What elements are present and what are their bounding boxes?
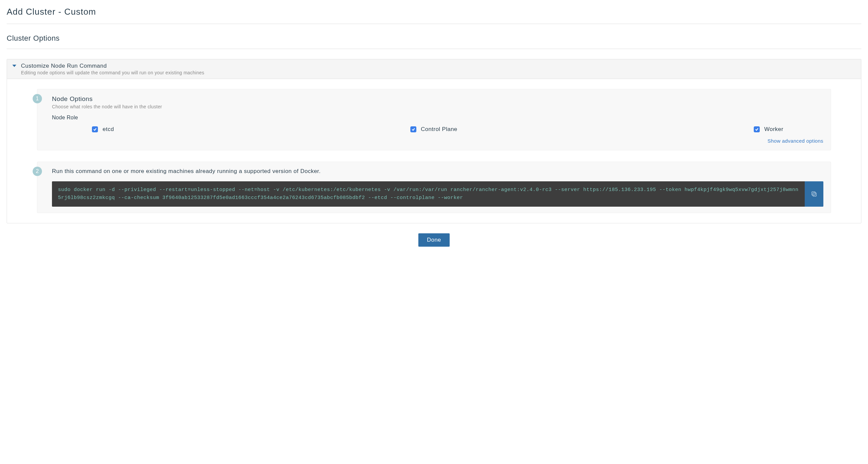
copy-icon xyxy=(811,191,817,197)
accordion-header[interactable]: Customize Node Run Command Editing node … xyxy=(7,59,861,79)
accordion-body: 1 Node Options Choose what roles the nod… xyxy=(7,79,861,223)
svg-rect-0 xyxy=(813,193,816,196)
step1-subtext: Choose what roles the node will have in … xyxy=(52,104,824,109)
accordion-title: Customize Node Run Command xyxy=(21,63,204,69)
checkbox-control-plane[interactable] xyxy=(410,126,416,132)
divider xyxy=(7,24,861,24)
check-icon xyxy=(411,127,415,131)
step2-heading: Run this command on one or more existing… xyxy=(52,168,824,175)
done-row: Done xyxy=(7,233,861,246)
accordion-subtitle: Editing node options will update the com… xyxy=(21,70,204,75)
role-control-plane: Control Plane xyxy=(410,126,458,133)
command-text[interactable]: sudo docker run -d --privileged --restar… xyxy=(52,181,805,207)
accordion-panel: Customize Node Run Command Editing node … xyxy=(7,59,861,223)
node-role-label: Node Role xyxy=(52,115,824,121)
step-node-options: 1 Node Options Choose what roles the nod… xyxy=(37,89,831,150)
show-advanced-options-link[interactable]: Show advanced options xyxy=(767,138,824,144)
done-button[interactable]: Done xyxy=(418,233,450,246)
step-badge-1: 1 xyxy=(33,94,42,103)
section-title: Cluster Options xyxy=(7,34,861,43)
page-title: Add Cluster - Custom xyxy=(7,7,861,17)
step-badge-2: 2 xyxy=(33,167,42,176)
check-icon xyxy=(755,127,759,131)
accordion-header-text: Customize Node Run Command Editing node … xyxy=(21,63,204,75)
check-icon xyxy=(93,127,97,131)
role-etcd: etcd xyxy=(92,126,114,133)
divider xyxy=(7,49,861,49)
role-row: etcd Control Plane Worker xyxy=(52,121,824,135)
role-etcd-label: etcd xyxy=(102,126,114,133)
step1-heading: Node Options xyxy=(52,95,824,103)
checkbox-etcd[interactable] xyxy=(92,126,98,132)
copy-command-button[interactable] xyxy=(805,181,824,207)
role-worker: Worker xyxy=(754,126,783,133)
advanced-options-wrap: Show advanced options xyxy=(52,138,824,144)
chevron-down-icon xyxy=(12,65,16,67)
command-container: sudo docker run -d --privileged --restar… xyxy=(52,181,824,207)
role-worker-label: Worker xyxy=(765,126,783,133)
role-control-plane-label: Control Plane xyxy=(421,126,458,133)
svg-rect-1 xyxy=(812,192,815,195)
checkbox-worker[interactable] xyxy=(754,126,760,132)
step-run-command: 2 Run this command on one or more existi… xyxy=(37,162,831,213)
